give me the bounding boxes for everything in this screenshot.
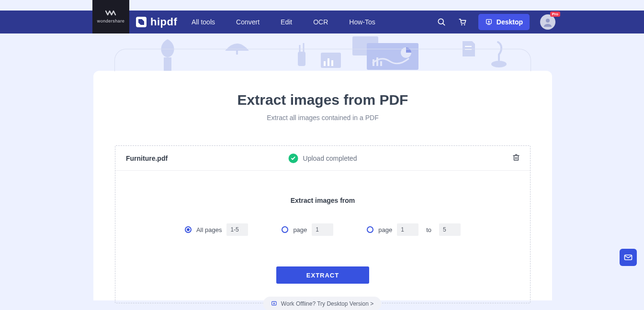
nav-right: Desktop Pro: [436, 11, 555, 33]
opt-all-pages[interactable]: All pages: [185, 223, 248, 236]
nav-all-tools[interactable]: All tools: [192, 18, 215, 26]
range-to-label: to: [426, 226, 431, 233]
avatar-icon: [542, 16, 554, 28]
brand[interactable]: hipdf: [136, 11, 177, 33]
page-subtitle: Extract all images contained in a PDF: [93, 114, 552, 122]
all-pages-value: [226, 223, 248, 236]
upload-panel: Furniture.pdf Upload completed Extract i…: [115, 145, 531, 303]
nav-convert[interactable]: Convert: [236, 18, 260, 26]
main-card: Extract images from PDF Extract all imag…: [93, 71, 552, 300]
brand-text: hipdf: [150, 16, 177, 28]
offline-label: Work Offline? Try Desktop Version >: [281, 300, 373, 307]
radio-all-pages[interactable]: [185, 226, 192, 233]
svg-rect-22: [465, 46, 472, 47]
download-icon: [485, 18, 493, 26]
nav-links: All tools Convert Edit OCR How-Tos: [192, 11, 375, 33]
nav-edit[interactable]: Edit: [281, 18, 292, 26]
range-from-input[interactable]: [397, 223, 418, 236]
extract-button[interactable]: EXTRACT: [276, 266, 369, 284]
desktop-button-label: Desktop: [497, 18, 523, 26]
options-row: All pages page page to: [115, 223, 530, 236]
search-icon[interactable]: [436, 17, 447, 27]
opt-page-range[interactable]: page to: [367, 223, 461, 236]
svg-point-6: [546, 19, 550, 22]
wondershare-label: wondershare: [97, 19, 125, 23]
range-to-input[interactable]: [439, 223, 461, 236]
svg-line-1: [443, 23, 445, 25]
pro-badge: Pro: [550, 11, 560, 17]
check-icon: [289, 154, 298, 163]
opt-single-page[interactable]: page: [282, 223, 333, 236]
radio-single-page[interactable]: [282, 226, 288, 233]
feedback-button[interactable]: [620, 249, 637, 266]
brand-logo-icon: [136, 17, 147, 27]
file-row: Furniture.pdf Upload completed: [115, 146, 530, 171]
radio-page-range[interactable]: [367, 226, 373, 233]
opt-all-pages-label: All pages: [196, 226, 222, 233]
opt-range-label: page: [378, 226, 392, 233]
single-page-input[interactable]: [312, 223, 333, 236]
download-icon: [271, 300, 277, 307]
wondershare-badge[interactable]: wondershare: [92, 0, 129, 33]
desktop-button[interactable]: Desktop: [478, 14, 530, 30]
upload-status-text: Upload completed: [303, 155, 357, 162]
nav-ocr[interactable]: OCR: [313, 18, 328, 26]
svg-rect-25: [514, 155, 519, 160]
svg-point-3: [464, 24, 465, 26]
page-title: Extract images from PDF: [93, 92, 552, 108]
wondershare-icon: [105, 10, 117, 17]
cart-icon[interactable]: [457, 17, 468, 27]
opt-single-label: page: [293, 226, 307, 233]
delete-file-button[interactable]: [512, 153, 520, 164]
mail-icon: [623, 253, 633, 262]
svg-point-2: [461, 24, 463, 26]
nav-howtos[interactable]: How-Tos: [349, 18, 375, 26]
offline-pill[interactable]: Work Offline? Try Desktop Version >: [263, 297, 381, 310]
options-title: Extract images from: [115, 197, 530, 204]
file-name: Furniture.pdf: [126, 155, 279, 162]
upload-status: Upload completed: [289, 154, 357, 163]
avatar[interactable]: Pro: [540, 14, 555, 30]
